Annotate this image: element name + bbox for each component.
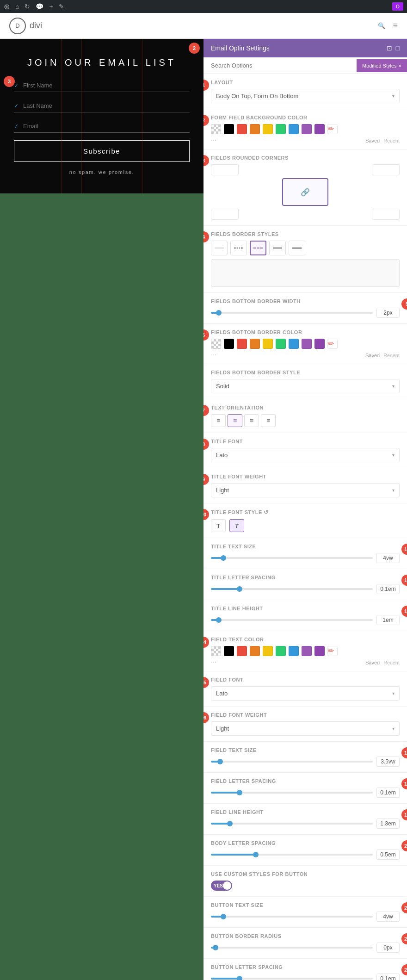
color-swatch-transparent[interactable] (211, 124, 221, 134)
title-lh-value[interactable]: 1em (376, 615, 400, 625)
ftc-blue[interactable] (289, 646, 299, 656)
orient-left[interactable]: ≡ (211, 414, 226, 427)
field-font-dropdown[interactable]: Lato ▾ (211, 686, 400, 701)
modified-close-icon[interactable]: × (399, 63, 401, 68)
title-font-dropdown[interactable]: Lato ▾ (211, 448, 400, 462)
title-ls-slider[interactable] (211, 588, 373, 590)
bold-btn[interactable]: T (211, 519, 226, 532)
comments-icon[interactable]: 💬 (36, 3, 43, 10)
ftc-picker[interactable]: ✏ (327, 646, 338, 656)
bbc-swatch-orange[interactable] (250, 339, 260, 349)
fts-slider[interactable] (211, 761, 373, 763)
title-ls-thumb[interactable] (237, 586, 242, 592)
fls-value[interactable]: 0.1em (376, 788, 400, 798)
color-swatch-green[interactable] (276, 124, 286, 134)
bts-slider[interactable] (211, 916, 373, 918)
refresh-icon[interactable]: ↻ (25, 3, 30, 10)
bts-thumb[interactable] (221, 914, 226, 919)
corner-bottom-right[interactable]: 0px (372, 209, 400, 220)
layout-dropdown[interactable]: Body On Top, Form On Bottom ▾ (211, 89, 400, 103)
slider-thumb[interactable] (216, 310, 222, 316)
ftc-transparent[interactable] (211, 646, 221, 656)
bls-slider[interactable] (211, 854, 373, 856)
bbc-swatch-purple[interactable] (302, 339, 312, 349)
bbr-value[interactable]: 0px (376, 943, 400, 953)
bbc-swatch-red[interactable] (237, 339, 247, 349)
border-dotted[interactable] (230, 241, 247, 255)
ftc-green[interactable] (276, 646, 286, 656)
collapse-icon[interactable]: ⊡ (387, 44, 392, 52)
color-swatch-darkpurple[interactable] (314, 124, 325, 134)
bottom-border-width-slider[interactable] (211, 312, 373, 314)
bbc-swatch-black[interactable] (224, 339, 234, 349)
add-icon[interactable]: + (49, 3, 53, 10)
title-ts-value[interactable]: 4vw (376, 553, 400, 563)
color-picker-icon[interactable]: ✏ (327, 124, 338, 134)
ftc-red[interactable] (237, 646, 247, 656)
fts-thumb[interactable] (217, 759, 223, 764)
border-none[interactable] (211, 241, 228, 255)
color-swatch-red[interactable] (237, 124, 247, 134)
bls-value[interactable]: 0.5em (376, 850, 400, 860)
email-input[interactable] (23, 123, 190, 130)
ftc-orange[interactable] (250, 646, 260, 656)
bbc-swatch-blue[interactable] (289, 339, 299, 349)
menu-icon[interactable]: ≡ (393, 21, 398, 31)
bbc-swatch-darkpurple[interactable] (314, 339, 325, 349)
ftc-purple[interactable] (302, 646, 312, 656)
color-swatch-yellow[interactable] (263, 124, 273, 134)
orient-center[interactable]: ≡ (228, 414, 242, 427)
bls-thumb[interactable] (253, 852, 259, 857)
border-double[interactable] (289, 241, 305, 255)
bbr-thumb[interactable] (213, 945, 218, 950)
bottom-border-width-value[interactable]: 2px (376, 308, 400, 318)
bbr-slider[interactable] (211, 947, 373, 949)
field-fw-dropdown[interactable]: Light ▾ (211, 721, 400, 736)
bottom-border-style-dropdown[interactable]: Solid ▾ (211, 379, 400, 393)
title-ls-value[interactable]: 0.1em (376, 584, 400, 594)
bls2-thumb[interactable] (237, 976, 242, 980)
lastname-input[interactable] (23, 102, 190, 109)
bls2-slider[interactable] (211, 978, 373, 980)
bbc-more-icon[interactable]: ··· (211, 351, 216, 358)
bls2-value[interactable]: 0.1em (376, 974, 400, 980)
bbc-color-picker-icon[interactable]: ✏ (327, 339, 338, 349)
bbc-swatch-green[interactable] (276, 339, 286, 349)
search-input[interactable] (204, 57, 357, 74)
flh-slider[interactable] (211, 823, 373, 825)
divi-builder-icon[interactable]: D (392, 2, 403, 11)
fts-value[interactable]: 3.5vw (376, 757, 400, 767)
title-ts-slider[interactable] (211, 557, 373, 559)
orient-right[interactable]: ≡ (244, 414, 259, 427)
firstname-input[interactable] (23, 82, 190, 89)
title-lh-thumb[interactable] (216, 617, 222, 623)
reset-font-style[interactable]: ↺ (264, 509, 269, 515)
color-swatch-black[interactable] (224, 124, 234, 134)
fls-slider[interactable] (211, 792, 373, 794)
wp-icon[interactable]: ⊕ (4, 2, 10, 11)
modified-styles-button[interactable]: Modified Styles × (357, 59, 407, 72)
more-colors-icon[interactable]: ··· (211, 136, 216, 143)
edit-icon[interactable]: ✎ (59, 3, 64, 10)
flh-value[interactable]: 1.3em (376, 819, 400, 829)
ftc-darkpurple[interactable] (314, 646, 325, 656)
color-swatch-purple[interactable] (302, 124, 312, 134)
title-ts-thumb[interactable] (221, 555, 226, 561)
search-icon[interactable]: 🔍 (378, 22, 385, 29)
home-icon[interactable]: ⌂ (15, 3, 19, 10)
custom-button-toggle[interactable]: YES (211, 881, 232, 891)
title-lh-slider[interactable] (211, 619, 373, 621)
corner-top-left[interactable]: 0px (211, 164, 239, 175)
color-swatch-blue[interactable] (289, 124, 299, 134)
border-dashed[interactable] (250, 241, 266, 255)
link-icon[interactable]: 🔗 (301, 188, 310, 197)
corner-top-right[interactable]: 0px (372, 164, 400, 175)
corner-bottom-left[interactable]: 0px (211, 209, 239, 220)
ftc-yellow[interactable] (263, 646, 273, 656)
flh-thumb[interactable] (227, 821, 233, 826)
color-swatch-orange[interactable] (250, 124, 260, 134)
title-fw-dropdown[interactable]: Light ▾ (211, 483, 400, 497)
ftc-black[interactable] (224, 646, 234, 656)
fls-thumb[interactable] (237, 790, 242, 795)
bbc-swatch-yellow[interactable] (263, 339, 273, 349)
